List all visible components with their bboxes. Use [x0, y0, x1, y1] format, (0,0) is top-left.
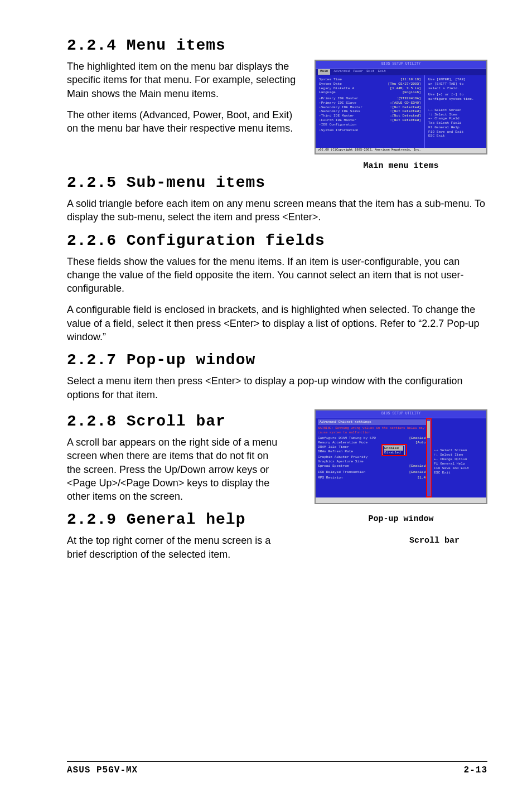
bios1-tab-boot: Boot	[366, 69, 374, 75]
bios1-tab-advanced: Advanced	[333, 69, 350, 75]
footer-rule	[67, 761, 487, 762]
caption-main-menu: Main menu items	[315, 161, 487, 171]
para-226-1: These fields show the values for the men…	[67, 255, 487, 296]
heading-226: 2.2.6 Configuration fields	[67, 232, 487, 249]
heading-227: 2.2.7 Pop-up window	[67, 351, 487, 369]
footer-product: ASUS P5GV-MX	[67, 765, 138, 775]
bios1-menubar: Main Advanced Power Boot Exit	[316, 69, 486, 75]
heading-225: 2.2.5 Sub-menu items	[67, 174, 487, 191]
para-225-1: A solid triangle before each item on any…	[67, 197, 487, 224]
heading-229: 2.2.9 General help	[67, 511, 304, 528]
para-226-2: A configurable field is enclosed in brac…	[67, 303, 487, 344]
bios1-tab-main: Main	[318, 69, 330, 75]
para-229-1: At the top right corner of the menu scre…	[67, 534, 279, 561]
bios2-footer	[316, 497, 486, 503]
para-228-1: A scroll bar appears on the right side o…	[67, 436, 279, 503]
footer-page: 2-13	[464, 765, 487, 775]
bios2-warning: WARNING: Setting wrong values in the sec…	[318, 426, 428, 434]
bios2-title: BIOS SETUP UTILITY	[316, 410, 486, 418]
bios1-title: BIOS SETUP UTILITY	[316, 61, 486, 69]
caption-scrollbar: Scroll bar	[315, 536, 487, 545]
para-224-1: The highlighted item on the menu bar dis…	[67, 60, 304, 100]
bios-main-screenshot: BIOS SETUP UTILITY Main Advanced Power B…	[315, 60, 487, 154]
heading-228: 2.2.8 Scroll bar	[67, 413, 304, 430]
bios1-tab-power: Power	[353, 69, 363, 75]
bios1-tab-exit: Exit	[378, 69, 386, 75]
bios-popup-screenshot: BIOS SETUP UTILITY Advanced Chipset sett…	[315, 409, 487, 504]
caption-popup: Pop-up window	[315, 514, 487, 524]
red-marker-popup	[381, 444, 407, 456]
bios1-footer: v02.00 (C)Copyright 1985-2002, American …	[316, 148, 486, 153]
heading-224: 2.2.4 Menu items	[67, 37, 487, 54]
red-marker-scroll	[426, 418, 432, 497]
para-227-1: Select a menu item then press <Enter> to…	[67, 374, 487, 402]
bios2-subtitle: Advanced Chipset settings	[318, 419, 428, 425]
para-224-2: The other items (Advanced, Power, Boot, …	[67, 108, 304, 136]
